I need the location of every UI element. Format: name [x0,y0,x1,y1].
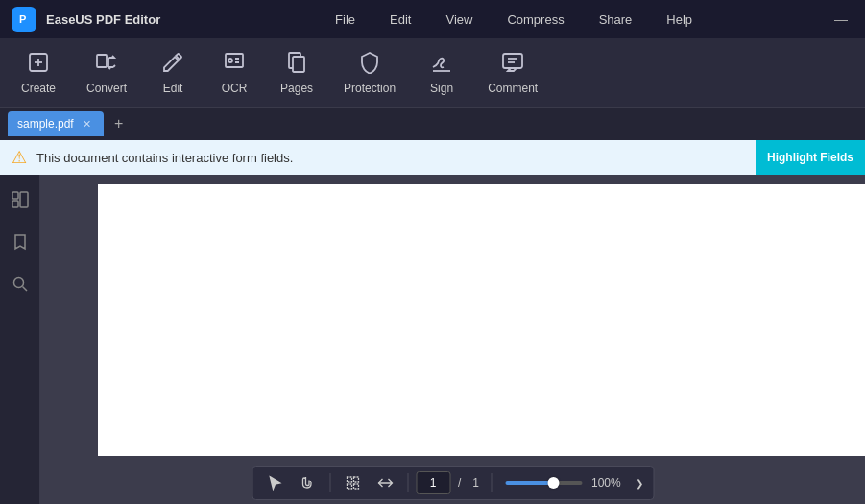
menu-view[interactable]: View [438,9,480,31]
create-icon [27,51,50,77]
pages-label: Pages [280,82,313,95]
svg-line-19 [22,287,27,292]
zoom-percent: 100% [591,476,630,490]
toolbar-separator-2 [407,473,408,492]
main-area: / 1 100% ❯ [0,175,865,504]
bookmark-panel-icon[interactable] [7,228,34,255]
add-tab-button[interactable]: + [108,112,131,135]
app-logo: P [12,7,36,32]
ocr-label: OCR [222,82,248,95]
sign-button[interactable]: Sign [413,43,470,103]
svg-rect-12 [503,54,522,68]
search-panel-icon[interactable] [7,271,34,298]
highlight-fields-button[interactable]: Highlight Fields [756,140,865,175]
convert-icon [95,51,118,77]
menu-file[interactable]: File [327,9,363,31]
zoom-thumb [548,477,560,489]
toolbar-separator-1 [329,473,330,492]
svg-rect-20 [347,477,351,482]
sign-label: Sign [430,82,453,95]
comment-icon [501,51,524,77]
convert-button[interactable]: Convert [73,43,140,103]
hand-tool-button[interactable] [293,469,322,496]
svg-text:P: P [19,13,26,25]
pages-icon [285,51,308,77]
svg-rect-16 [12,201,18,207]
minimize-button[interactable]: — [829,10,853,29]
arrows-tool-button[interactable] [371,469,399,496]
total-pages: 1 [469,476,483,490]
svg-point-8 [228,59,232,62]
document-area: / 1 100% ❯ [40,175,865,504]
menu-bar: File Edit View Compress Share Help [208,9,819,31]
page-separator: / [454,476,465,490]
sign-icon [430,51,453,77]
warning-icon: ⚠ [12,147,27,168]
protection-button[interactable]: Protection [330,43,409,103]
left-sidebar [0,175,40,504]
tab-sample-pdf[interactable]: sample.pdf ✕ [8,111,104,136]
menu-compress[interactable]: Compress [499,9,571,31]
edit-label: Edit [163,82,183,95]
zoom-dropdown-button[interactable]: ❯ [634,476,645,491]
bottom-toolbar: / 1 100% ❯ [252,466,654,500]
tab-bar: sample.pdf ✕ + [0,108,865,140]
svg-rect-15 [12,192,18,199]
page-number-input[interactable] [416,471,450,494]
tab-label: sample.pdf [17,117,74,131]
comment-button[interactable]: Comment [474,43,551,103]
protection-icon [358,51,381,77]
protection-label: Protection [344,82,396,95]
zoom-slider[interactable] [505,481,582,485]
thumbnails-panel-icon[interactable] [7,186,34,213]
menu-help[interactable]: Help [659,9,700,31]
menu-edit[interactable]: Edit [382,9,419,31]
create-label: Create [21,82,56,95]
toolbar: Create Convert Edit [0,38,865,108]
comment-label: Comment [488,82,538,95]
svg-rect-10 [293,57,304,72]
notification-bar: ⚠ This document contains interactive for… [0,140,865,175]
document-page [98,184,865,456]
toolbar-separator-3 [491,473,492,492]
edit-icon [161,51,184,77]
convert-label: Convert [86,82,127,95]
window-controls: — [829,10,853,29]
cursor-tool-button[interactable] [260,469,289,496]
svg-point-18 [13,278,23,288]
tab-close-button[interactable]: ✕ [80,117,94,132]
svg-rect-21 [353,477,358,482]
selection-tool-button[interactable] [338,469,367,496]
svg-rect-17 [20,192,28,207]
notification-text: This document contains interactive form … [36,151,853,165]
title-bar: P EaseUS PDF Editor File Edit View Compr… [0,0,865,38]
app-title: EaseUS PDF Editor [46,12,160,27]
edit-button[interactable]: Edit [144,43,202,103]
svg-rect-23 [353,484,358,489]
ocr-icon [223,51,246,77]
create-button[interactable]: Create [8,43,69,103]
document-canvas [40,175,865,504]
ocr-button[interactable]: OCR [205,43,263,103]
svg-rect-5 [97,55,107,67]
menu-share[interactable]: Share [591,9,640,31]
pages-button[interactable]: Pages [267,43,326,103]
svg-rect-22 [347,484,351,489]
